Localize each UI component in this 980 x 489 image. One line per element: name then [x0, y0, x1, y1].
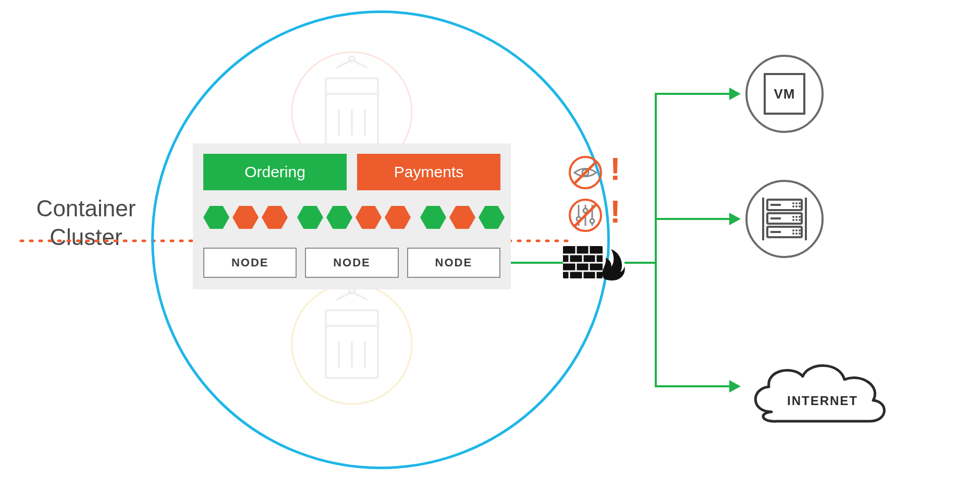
connector-to-vm [655, 93, 731, 95]
svg-point-66 [795, 205, 798, 207]
node-label: NODE [333, 256, 371, 270]
svg-marker-26 [420, 206, 446, 229]
pod-hexagon [420, 206, 446, 229]
node-box: NODE [407, 248, 500, 278]
server-rack-icon [756, 190, 813, 248]
connector-to-internet [655, 385, 731, 387]
svg-marker-19 [203, 206, 229, 229]
svg-point-62 [792, 202, 794, 204]
connector-vertical-trunk [655, 93, 657, 387]
destination-vm: VM [745, 55, 824, 133]
ordering-service: Ordering [203, 154, 347, 190]
svg-marker-23 [326, 206, 352, 229]
svg-point-4 [349, 56, 354, 62]
svg-point-77 [792, 233, 794, 235]
svg-marker-24 [356, 206, 382, 229]
svg-marker-56 [729, 380, 741, 393]
pod-hexagon [449, 206, 475, 229]
node-label: NODE [231, 256, 269, 270]
svg-rect-82 [770, 231, 781, 233]
cluster-panel: Ordering Payments NODE NODE NODE [193, 143, 511, 289]
pod-hexagon [262, 206, 288, 229]
pod-hexagon [297, 206, 323, 229]
diagram-canvas: Container Cluster [0, 0, 980, 489]
internet-label: INTERNET [787, 394, 858, 408]
svg-point-76 [799, 229, 801, 231]
svg-point-69 [795, 216, 798, 218]
node-box: NODE [203, 248, 297, 278]
svg-marker-54 [729, 88, 741, 100]
svg-point-64 [799, 202, 801, 204]
node-box: NODE [305, 248, 398, 278]
exclaim-text: ! [610, 151, 621, 187]
svg-point-63 [795, 202, 798, 204]
svg-rect-14 [326, 310, 378, 326]
arrow-head-servers [729, 213, 742, 225]
svg-marker-55 [729, 213, 741, 225]
svg-line-31 [574, 162, 596, 184]
payments-label: Payments [394, 163, 463, 181]
svg-point-71 [792, 219, 794, 221]
ordering-label: Ordering [244, 163, 305, 181]
svg-marker-25 [385, 206, 411, 229]
crane-container-bottom-icon [289, 282, 414, 407]
pod-hexagon [203, 206, 229, 229]
svg-point-70 [799, 216, 801, 218]
pod-hexagon [232, 206, 259, 229]
firewall-icon [563, 241, 626, 283]
node-row: NODE NODE NODE [203, 248, 500, 278]
svg-point-75 [795, 229, 798, 231]
vm-label: VM [774, 86, 795, 102]
svg-marker-27 [449, 206, 475, 229]
svg-point-73 [799, 219, 801, 221]
internet-label-text: INTERNET [787, 394, 858, 408]
exclaim-2: ! [610, 193, 621, 230]
pod-hexagon [326, 206, 352, 229]
connector-node-to-firewall [511, 262, 563, 264]
service-row: Ordering Payments [203, 154, 500, 190]
svg-point-74 [792, 229, 794, 231]
vm-box: VM [764, 73, 805, 115]
svg-marker-28 [479, 206, 505, 229]
destination-servers [745, 180, 824, 258]
connector-firewall-to-trunk [624, 262, 657, 264]
svg-marker-21 [262, 206, 288, 229]
no-visibility-icon [568, 155, 603, 190]
svg-marker-20 [232, 206, 259, 229]
no-control-icon [568, 198, 603, 233]
pods-hexagon-row [203, 202, 500, 238]
pod-hexagon [356, 206, 382, 229]
svg-marker-22 [297, 206, 323, 229]
svg-point-72 [795, 219, 798, 221]
svg-point-79 [799, 233, 801, 235]
exclaim-1: ! [610, 150, 621, 187]
svg-rect-80 [770, 204, 781, 206]
svg-point-67 [799, 205, 801, 207]
svg-point-78 [795, 233, 798, 235]
node-label: NODE [435, 256, 473, 270]
svg-point-38 [590, 219, 594, 223]
pod-hexagon [479, 206, 505, 229]
svg-rect-81 [770, 217, 781, 219]
svg-rect-5 [326, 78, 378, 94]
connector-to-servers [655, 218, 731, 220]
exclaim-text: ! [610, 193, 621, 229]
svg-point-68 [792, 216, 794, 218]
payments-service: Payments [357, 154, 500, 190]
arrow-head-vm [729, 88, 742, 100]
destination-internet-cloud-icon [740, 349, 897, 433]
pod-hexagon [385, 206, 411, 229]
svg-point-65 [792, 205, 794, 207]
